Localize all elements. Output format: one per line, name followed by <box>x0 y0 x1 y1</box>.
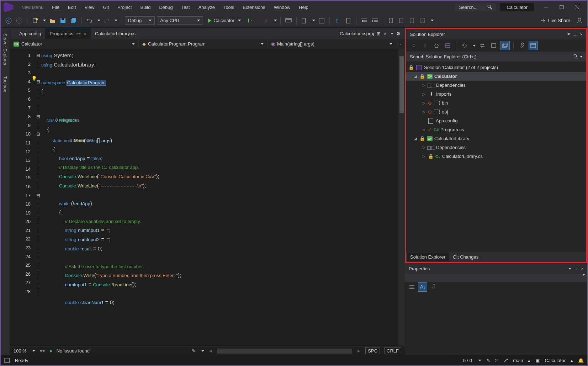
close-tab-icon[interactable]: × <box>84 31 86 37</box>
panel-menu-icon[interactable] <box>568 268 571 270</box>
minimize-button[interactable] <box>539 2 553 12</box>
menu-tools[interactable]: Tools <box>220 2 238 12</box>
branch-icon[interactable]: ⎇ <box>503 358 508 363</box>
menu-debug[interactable]: Debug <box>155 2 176 12</box>
redo-button[interactable] <box>102 16 111 25</box>
panel-menu-icon[interactable] <box>567 33 570 35</box>
imports-node[interactable]: ▷⬇Imports <box>406 90 586 99</box>
start-debug-button[interactable]: Calculator <box>205 17 244 24</box>
code-editor[interactable]: 1234567891011121314151617181920212223242… <box>10 49 405 346</box>
appconfig-file[interactable]: App.config <box>406 116 586 125</box>
pin-icon[interactable]: ⊥ <box>574 266 578 271</box>
menu-extensions[interactable]: Extensions <box>239 2 269 12</box>
dependencies-node-2[interactable]: ▷⬚⬚Dependencies <box>406 143 586 152</box>
solution-search[interactable]: Search Solution Explorer (Ctrl+;) <box>406 52 586 62</box>
menu-edit[interactable]: Edit <box>64 2 79 12</box>
outdent-button[interactable] <box>360 16 369 25</box>
brush-icon[interactable]: ✎ <box>192 348 196 354</box>
toolbox-tab[interactable]: Toolbox <box>1 73 9 95</box>
sync-icon[interactable] <box>478 41 487 50</box>
arrow-up-icon[interactable]: ↑ <box>456 358 458 363</box>
start-nodebug-button[interactable] <box>246 16 254 25</box>
collapse-icon[interactable] <box>489 41 498 50</box>
dependencies-node[interactable]: ▷⬚⬚Dependencies <box>406 81 586 90</box>
categorized-icon[interactable] <box>407 282 417 292</box>
menu-build[interactable]: Build <box>137 2 154 12</box>
bin-folder[interactable]: ▷⊖bin <box>406 99 586 107</box>
crlf-indicator[interactable]: CRLF <box>384 348 401 354</box>
issues-status[interactable]: No issues found <box>57 348 90 354</box>
new-item-button[interactable] <box>31 16 39 25</box>
fold-gutter[interactable]: ⊟│⊟│││⊟│⊟││││││⊟│││││││││││ <box>35 49 41 346</box>
obj-folder[interactable]: ▷⊖obj <box>406 107 586 116</box>
nav-fwd-button[interactable] <box>15 16 23 25</box>
tab-git-changes[interactable]: Git Changes <box>449 253 482 261</box>
tb-icon-2[interactable] <box>344 16 353 25</box>
calclib-file[interactable]: ▷🔒C#CalculatorLibrary.cs <box>406 152 586 161</box>
save-all-button[interactable] <box>69 16 78 25</box>
gear-icon[interactable]: ⚙ <box>396 31 401 36</box>
find-in-files-button[interactable] <box>300 16 309 25</box>
close-tab-icon[interactable]: × <box>383 31 386 36</box>
properties-icon[interactable] <box>517 41 526 50</box>
indent-button[interactable] <box>371 16 379 25</box>
config-dropdown[interactable]: Debug <box>125 16 155 25</box>
project-calclib[interactable]: ◢🔒C#CalculatorLibrary <box>406 134 586 143</box>
horizontal-scrollbar[interactable] <box>217 349 352 354</box>
lightbulb-icon[interactable]: 💡 <box>31 76 37 81</box>
menu-window[interactable]: Window <box>270 2 294 12</box>
repo-name[interactable]: Calculator <box>545 358 566 363</box>
nav-project[interactable]: C#Calculator <box>10 39 139 49</box>
menu-file[interactable]: File <box>48 2 63 12</box>
repo-icon[interactable]: ▣ <box>535 358 540 363</box>
pencil-icon[interactable]: ✎ <box>486 358 490 363</box>
hot-reload-button[interactable] <box>262 16 270 25</box>
menu-view[interactable]: View <box>81 2 98 12</box>
menu-git[interactable]: Git <box>99 2 112 12</box>
pin-icon[interactable]: ⊥ <box>573 32 577 37</box>
switch-views-icon[interactable] <box>443 41 452 50</box>
properties-grid[interactable] <box>405 292 587 355</box>
server-explorer-tab[interactable]: Server Explorer <box>1 31 9 68</box>
bell-icon[interactable]: 🔔 <box>578 358 584 363</box>
output-icon[interactable] <box>4 358 10 363</box>
nav-class[interactable]: ◆CalculatorProgram.Program <box>139 39 267 49</box>
wrench-icon[interactable] <box>429 282 438 292</box>
close-panel-icon[interactable]: × <box>580 32 583 37</box>
tb-icon-1[interactable] <box>317 16 326 25</box>
back-icon[interactable] <box>409 41 418 50</box>
changes-count[interactable]: 2 <box>495 358 498 363</box>
project-calculator[interactable]: ◢🔒C#Calculator <box>406 72 586 81</box>
alphabetical-icon[interactable]: A↓ <box>418 282 427 292</box>
zoom-level[interactable]: 100 % <box>14 348 27 354</box>
live-share-button[interactable]: Live Share <box>540 18 570 23</box>
tab-calclib[interactable]: CalculatorLibrary.cs <box>91 28 140 39</box>
tab-csproj[interactable]: Calculator.csproj⊞×⚙ <box>335 31 405 36</box>
tab-program[interactable]: Program.cs⊶× <box>45 28 91 39</box>
error-count[interactable]: 0 / 0 <box>463 358 472 363</box>
solution-tree[interactable]: 🔒Solution 'Calculator' (2 of 2 projects)… <box>406 62 586 252</box>
bookmark-button[interactable] <box>387 16 395 25</box>
menu-project[interactable]: Project <box>114 2 135 12</box>
cursor-icon[interactable]: ▯ <box>333 16 342 25</box>
code-content[interactable]: using System; using CalculatorLibrary; n… <box>41 49 398 346</box>
program-file[interactable]: ▷✓C#Program.cs <box>406 125 586 134</box>
home-icon[interactable] <box>432 41 441 50</box>
maximize-button[interactable] <box>555 2 569 12</box>
nav-back-button[interactable] <box>4 16 13 25</box>
bookmark-clear-button[interactable] <box>419 16 427 25</box>
nav-member[interactable]: ◉Main(string[] args) <box>267 39 396 49</box>
refresh-icon[interactable] <box>460 41 469 50</box>
split-button[interactable]: ⫞ <box>396 41 405 47</box>
menu-help[interactable]: Help <box>295 2 312 12</box>
fwd-icon[interactable] <box>420 41 430 50</box>
menu-analyze[interactable]: Analyze <box>195 2 218 12</box>
show-all-icon[interactable] <box>500 41 510 50</box>
tab-appconfig[interactable]: App.config <box>15 28 45 39</box>
browser-link-button[interactable] <box>284 16 293 25</box>
account-button[interactable] <box>575 16 584 25</box>
bookmark-next-button[interactable] <box>408 16 417 25</box>
branch-name[interactable]: main <box>513 358 523 363</box>
vertical-scrollbar[interactable] <box>398 49 405 346</box>
menu-test[interactable]: Test <box>178 2 194 12</box>
